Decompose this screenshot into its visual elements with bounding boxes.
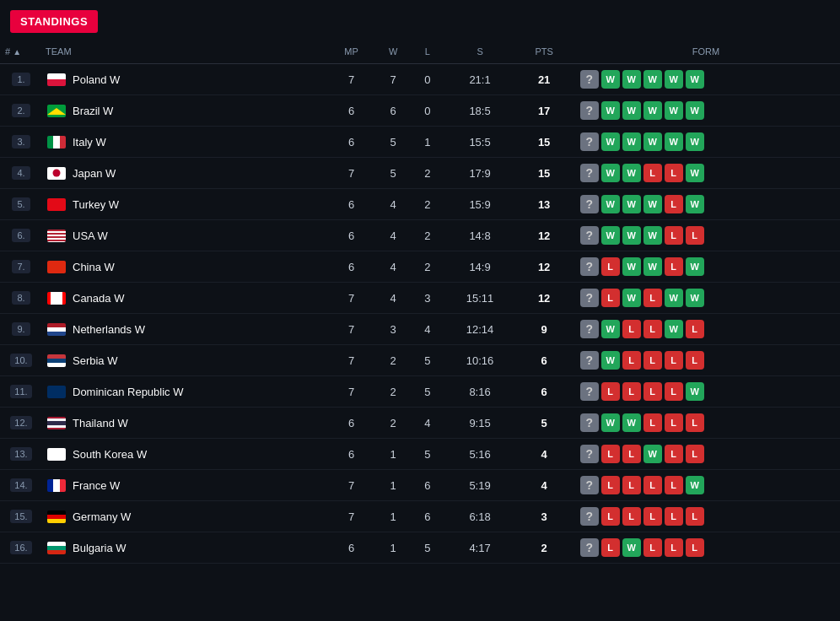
mp-cell: 6 <box>328 220 375 251</box>
w-cell: 7 <box>374 64 412 95</box>
form-badge-l: L <box>622 507 641 526</box>
table-row: 10. Serbia W 72510:166?WLLLL <box>0 345 840 376</box>
form-cell: ?WLLWL <box>572 314 840 345</box>
table-row: 8. Canada W 74315:1112?LWLWW <box>0 283 840 314</box>
l-cell: 6 <box>412 501 444 532</box>
rank-badge: 15. <box>10 510 31 523</box>
l-cell: 6 <box>412 470 444 501</box>
pts-cell: 3 <box>517 501 572 532</box>
table-row: 2. Brazil W 66018:517?WWWWW <box>0 95 840 127</box>
form-badge-l: L <box>686 445 704 463</box>
form-badge-?: ? <box>580 445 599 463</box>
pts-cell: 4 <box>517 439 572 470</box>
s-cell: 5:16 <box>444 439 517 470</box>
form-cell: ?WWWLW <box>572 189 840 220</box>
form-badge-l: L <box>601 445 620 463</box>
rank-badge: 8. <box>12 291 30 305</box>
form-badge-?: ? <box>580 226 599 245</box>
table-row: 4. Japan W 75217:915?WWLLW <box>0 158 840 189</box>
form-cell: ?LLLLL <box>572 501 840 532</box>
flag-southkorea <box>47 448 66 461</box>
form-badge-w: W <box>601 132 620 151</box>
form-badge-?: ? <box>580 132 599 151</box>
pts-cell: 6 <box>517 376 572 408</box>
l-cell: 4 <box>412 314 444 345</box>
team-name-label: Serbia W <box>73 354 117 367</box>
team-cell: Japan W <box>42 158 328 189</box>
col-l: L <box>412 40 444 64</box>
pts-cell: 21 <box>517 64 572 95</box>
form-badge-?: ? <box>580 413 599 432</box>
mp-cell: 6 <box>328 189 375 220</box>
form-badge-l: L <box>643 382 662 401</box>
form-badge-?: ? <box>580 382 599 401</box>
team-name-label: China W <box>73 261 115 273</box>
team-cell: Turkey W <box>42 189 328 220</box>
pts-cell: 17 <box>517 95 572 127</box>
mp-cell: 6 <box>328 251 375 283</box>
form-badge-l: L <box>622 445 641 463</box>
form-badge-l: L <box>686 538 704 557</box>
pts-cell: 9 <box>517 314 572 345</box>
form-badge-l: L <box>601 257 620 276</box>
s-cell: 15:11 <box>444 283 517 314</box>
team-name-label: Germany W <box>73 510 131 523</box>
l-cell: 4 <box>412 408 444 439</box>
rank-cell: 1. <box>0 64 42 95</box>
table-row: 14. France W 7165:194?LLLLW <box>0 470 840 501</box>
form-badge-l: L <box>665 382 683 401</box>
form-badge-l: L <box>643 538 662 557</box>
form-cell: ?LWLLL <box>572 532 840 564</box>
form-cell: ?WWWWW <box>572 95 840 127</box>
form-badge-w: W <box>686 70 704 89</box>
team-cell: Poland W <box>42 64 328 95</box>
form-badge-l: L <box>665 476 683 494</box>
form-badge-?: ? <box>580 320 599 338</box>
w-cell: 4 <box>374 220 412 251</box>
col-team: TEAM <box>42 40 328 64</box>
team-cell: South Korea W <box>42 439 328 470</box>
form-badge-w: W <box>643 445 662 463</box>
s-cell: 15:5 <box>444 127 517 158</box>
w-cell: 2 <box>374 345 412 376</box>
mp-cell: 6 <box>328 127 375 158</box>
form-badge-?: ? <box>580 101 599 120</box>
team-name-label: USA W <box>73 230 108 242</box>
form-badge-w: W <box>665 101 683 120</box>
form-badge-w: W <box>686 289 704 307</box>
form-badge-l: L <box>622 320 641 338</box>
form-badge-w: W <box>665 289 683 307</box>
rank-badge: 13. <box>10 447 31 461</box>
rank-badge: 6. <box>12 229 30 242</box>
team-cell: Canada W <box>42 283 328 314</box>
rank-cell: 2. <box>0 95 42 127</box>
form-badge-l: L <box>686 351 704 370</box>
form-badge-w: W <box>622 257 641 276</box>
flag-china <box>47 261 66 273</box>
flag-france <box>47 479 66 492</box>
form-cell: ?WWLLL <box>572 408 840 439</box>
l-cell: 5 <box>412 345 444 376</box>
form-badge-w: W <box>686 164 704 182</box>
col-w: W <box>374 40 412 64</box>
team-cell: China W <box>42 251 328 283</box>
l-cell: 2 <box>412 251 444 283</box>
team-name-label: Italy W <box>73 136 106 148</box>
pts-cell: 12 <box>517 220 572 251</box>
table-row: 9. Netherlands W 73412:149?WLLWL <box>0 314 840 345</box>
team-cell: USA W <box>42 220 328 251</box>
s-cell: 4:17 <box>444 532 517 564</box>
form-badge-w: W <box>643 101 662 120</box>
table-row: 12. Thailand W 6249:155?WWLLL <box>0 408 840 439</box>
w-cell: 5 <box>374 127 412 158</box>
s-cell: 5:19 <box>444 470 517 501</box>
mp-cell: 6 <box>328 408 375 439</box>
s-cell: 18:5 <box>444 95 517 127</box>
form-badge-w: W <box>622 226 641 245</box>
mp-cell: 7 <box>328 158 375 189</box>
form-badge-w: W <box>643 226 662 245</box>
team-cell: Netherlands W <box>42 314 328 345</box>
mp-cell: 7 <box>328 470 375 501</box>
form-badge-w: W <box>601 70 620 89</box>
rank-badge: 9. <box>12 322 30 336</box>
